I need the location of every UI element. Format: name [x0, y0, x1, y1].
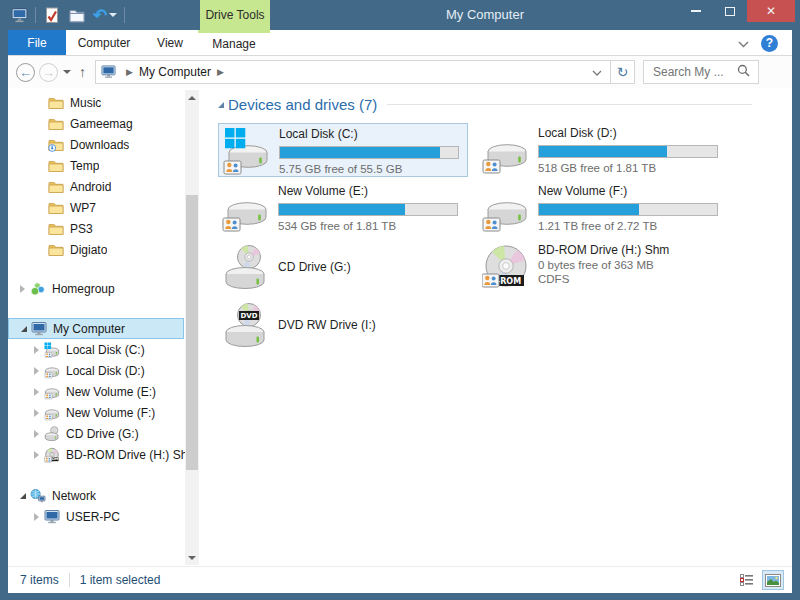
undo-icon[interactable]: ↶: [93, 4, 117, 26]
capacity-bar-fill: [280, 147, 440, 158]
sidebar-scrollbar[interactable]: [185, 90, 199, 565]
tree-item-my-computer[interactable]: My Computer: [8, 318, 184, 339]
drive-tile-local-disk-c[interactable]: Local Disk (C:)5.75 GB free of 55.5 GB: [218, 123, 468, 177]
expand-arrow-icon[interactable]: [20, 285, 25, 293]
scroll-up-icon[interactable]: [185, 90, 199, 105]
tree-item-label: Homegroup: [52, 282, 115, 296]
minimize-button[interactable]: [679, 0, 713, 22]
tree-item-label: Digiato: [70, 243, 107, 257]
address-bar-row: ← → ↑ ▶ My Computer ▶ ↻: [8, 56, 792, 88]
capacity-bar-fill: [539, 146, 667, 157]
collapse-arrow-icon[interactable]: [20, 493, 26, 499]
drive-tile-dvd-rw-drive-i[interactable]: DVDDVD RW Drive (I:): [218, 298, 468, 352]
drive-name: Local Disk (C:): [279, 127, 459, 141]
maximize-button[interactable]: [713, 0, 747, 22]
tree-item-user-pc[interactable]: USER-PC: [8, 506, 185, 527]
tree-item-label: CD Drive (G:): [66, 427, 139, 441]
collapse-ribbon-chevron-icon[interactable]: [738, 34, 749, 52]
drive-tools-contextual-tab[interactable]: Drive Tools: [200, 0, 270, 30]
breadcrumb-item[interactable]: My Computer: [139, 65, 211, 79]
drive-tile-new-volume-f[interactable]: New Volume (F:)1.21 TB free of 2.72 TB: [478, 181, 728, 235]
forward-icon[interactable]: →: [39, 63, 58, 82]
qat-separator: [35, 7, 36, 23]
up-icon[interactable]: ↑: [79, 64, 86, 80]
breadcrumb-arrow-icon[interactable]: ▶: [120, 67, 139, 77]
tree-item-digiato[interactable]: Digiato: [8, 239, 185, 260]
drive-tile-new-volume-e[interactable]: New Volume (E:)534 GB free of 1.81 TB: [218, 181, 468, 235]
tree-item-bd-rom-drive-h-shm[interactable]: -ROMBD-ROM Drive (H:) Shm: [8, 444, 185, 465]
free-space-label: 0 bytes free of 363 MB: [538, 259, 669, 271]
tree-item-music[interactable]: Music: [8, 92, 185, 113]
free-space-label: 1.21 TB free of 2.72 TB: [538, 220, 718, 232]
tree-item-label: Music: [70, 96, 101, 110]
tab-view[interactable]: View: [142, 30, 198, 55]
recent-locations-dropdown-icon[interactable]: [63, 70, 71, 74]
details-view-icon[interactable]: [736, 570, 758, 590]
tree-item-cd-drive-g[interactable]: CD Drive (G:): [8, 423, 185, 444]
tree-item-downloads[interactable]: Downloads: [8, 134, 185, 155]
collapse-arrow-icon[interactable]: [21, 326, 27, 332]
folder-icon: [48, 242, 64, 258]
undo-dropdown-icon[interactable]: [109, 13, 117, 17]
tree-item-local-disk-d[interactable]: Local Disk (D:): [8, 360, 185, 381]
new-folder-icon[interactable]: [68, 4, 86, 26]
window-title: My Computer: [390, 0, 580, 30]
drive-icon: [44, 363, 60, 379]
back-icon[interactable]: ←: [16, 63, 35, 82]
tree-item-local-disk-c[interactable]: Local Disk (C:): [8, 339, 185, 360]
homegroup-icon: [30, 281, 46, 297]
tab-manage[interactable]: Manage: [198, 30, 270, 55]
scrollbar-thumb[interactable]: [186, 195, 198, 470]
tree-item-label: Network: [52, 489, 96, 503]
expand-arrow-icon[interactable]: [34, 430, 39, 438]
refresh-icon[interactable]: ↻: [611, 60, 635, 84]
tree-item-homegroup[interactable]: Homegroup: [8, 278, 185, 299]
title-bar: ↶ Drive Tools My Computer ✕: [0, 0, 800, 30]
quick-access-toolbar: ↶: [10, 0, 125, 30]
folder-icon: [48, 116, 64, 132]
address-breadcrumb[interactable]: ▶ My Computer ▶: [95, 60, 611, 84]
tree-item-new-volume-f[interactable]: New Volume (F:): [8, 402, 185, 423]
expand-arrow-icon[interactable]: [34, 367, 39, 375]
drive-tile-local-disk-d[interactable]: Local Disk (D:)518 GB free of 1.81 TB: [478, 123, 728, 177]
expand-arrow-icon[interactable]: [34, 451, 39, 459]
drive-tile-cd-drive-g[interactable]: CD Drive (G:): [218, 240, 468, 294]
search-icon[interactable]: [737, 63, 750, 81]
scroll-down-icon[interactable]: [185, 550, 199, 565]
drive-name: New Volume (F:): [538, 184, 718, 198]
breadcrumb-arrow-icon[interactable]: ▶: [211, 67, 230, 77]
expand-arrow-icon[interactable]: [34, 346, 39, 354]
tree-item-ps3[interactable]: PS3: [8, 218, 185, 239]
tree-item-gameemag[interactable]: Gameemag: [8, 113, 185, 134]
expand-arrow-icon[interactable]: [34, 388, 39, 396]
tab-file[interactable]: File: [8, 30, 66, 55]
tree-item-temp[interactable]: Temp: [8, 155, 185, 176]
expand-arrow-icon[interactable]: [34, 409, 39, 417]
folder-icon: [48, 179, 64, 195]
tree-item-new-volume-e[interactable]: New Volume (E:): [8, 381, 185, 402]
address-dropdown-icon[interactable]: [584, 65, 610, 79]
thumbnail-view-icon[interactable]: [762, 570, 784, 590]
drive-icon: [44, 384, 60, 400]
drive-tile-bd-rom-drive-h-shm[interactable]: -ROMBD-ROM Drive (H:) Shm0 bytes free of…: [478, 240, 728, 298]
system-menu-icon[interactable]: [10, 4, 28, 26]
expand-arrow-icon[interactable]: [34, 513, 39, 521]
tree-item-android[interactable]: Android: [8, 176, 185, 197]
group-header[interactable]: Devices and drives (7): [218, 96, 752, 113]
tree-item-wp7[interactable]: WP7: [8, 197, 185, 218]
computer-icon: [44, 509, 60, 525]
search-box[interactable]: [643, 60, 759, 84]
network-icon: [30, 488, 46, 504]
folder-icon: [48, 158, 64, 174]
tree-item-label: WP7: [70, 201, 96, 215]
tab-computer[interactable]: Computer: [66, 30, 142, 55]
help-icon[interactable]: ?: [761, 35, 778, 52]
tree-item-label: BD-ROM Drive (H:) Shm: [66, 448, 185, 462]
close-button[interactable]: ✕: [747, 0, 795, 22]
collapse-group-icon[interactable]: [218, 102, 224, 108]
properties-icon[interactable]: [43, 4, 61, 26]
folder-icon: [48, 200, 64, 216]
bd-rom-disc-icon: -ROM: [44, 447, 60, 463]
tree-item-network[interactable]: Network: [8, 485, 185, 506]
search-input[interactable]: [651, 64, 737, 80]
